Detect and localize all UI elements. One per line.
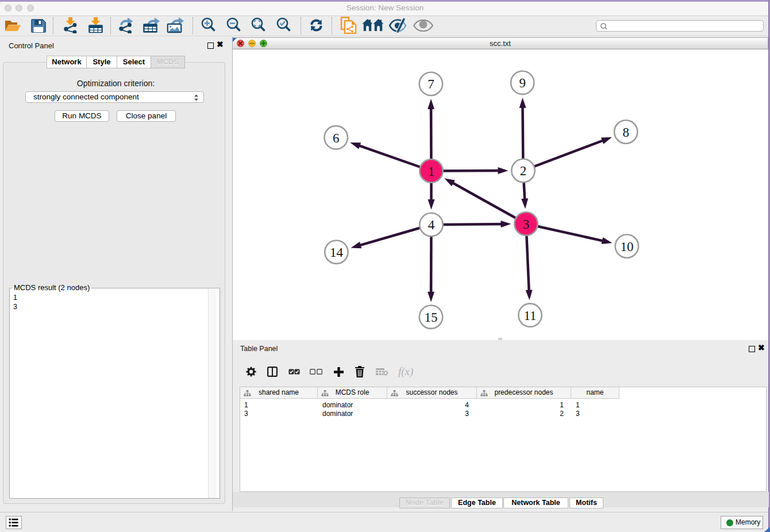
svg-text:8: 8 bbox=[622, 125, 629, 140]
svg-text:9: 9 bbox=[519, 76, 526, 90]
svg-text:6: 6 bbox=[333, 131, 340, 145]
svg-text:3: 3 bbox=[523, 217, 530, 232]
svg-text:11: 11 bbox=[523, 309, 536, 323]
svg-text:2: 2 bbox=[520, 164, 527, 178]
svg-text:14: 14 bbox=[330, 245, 344, 260]
svg-text:1: 1 bbox=[428, 164, 435, 179]
svg-text:7: 7 bbox=[428, 77, 434, 91]
svg-text:10: 10 bbox=[620, 240, 633, 254]
svg-text:15: 15 bbox=[425, 310, 438, 325]
svg-text:4: 4 bbox=[428, 218, 435, 232]
